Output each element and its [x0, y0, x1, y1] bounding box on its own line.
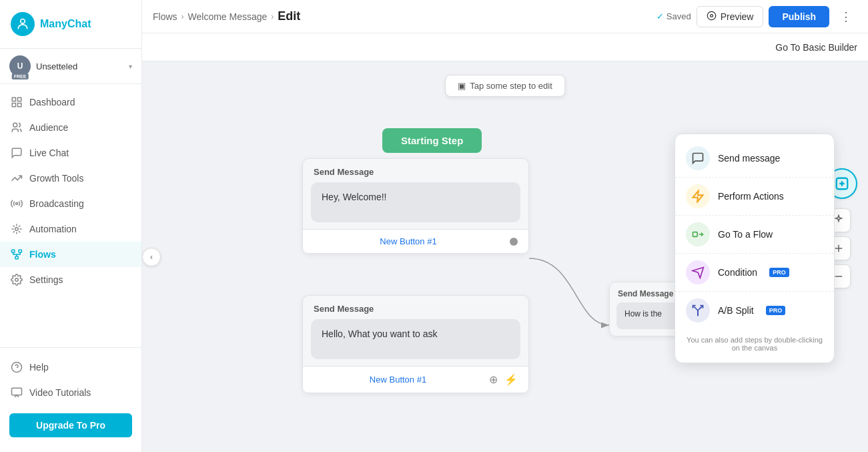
svg-rect-3: [12, 103, 15, 107]
tap-hint-icon: ▣: [458, 81, 466, 91]
topbar: Flows › Welcome Message › Edit ✓ Saved P…: [142, 0, 868, 33]
free-badge: FREE: [12, 73, 29, 79]
avatar: U FREE: [9, 55, 31, 77]
upgrade-button[interactable]: Upgrade To Pro: [9, 413, 132, 437]
svg-point-15: [707, 11, 716, 20]
svg-point-0: [21, 19, 25, 24]
sidebar-item-label-audience: Audience: [29, 122, 68, 133]
flow-card-2-btn-label[interactable]: New Button #1: [314, 375, 482, 385]
sidebar-item-video-tutorials[interactable]: Video Tutorials: [0, 380, 141, 405]
saved-label: Saved: [667, 11, 691, 21]
flow-card-1-header: Send Message: [303, 159, 528, 182]
ab-split-icon-circle: [686, 298, 710, 322]
ab-split-pro-badge: PRO: [766, 306, 786, 315]
svg-point-16: [710, 14, 713, 17]
breadcrumb-current: Edit: [278, 9, 300, 23]
svg-rect-8: [12, 250, 15, 252]
basic-builder-link[interactable]: Go To Basic Builder: [775, 42, 857, 53]
svg-rect-1: [12, 97, 15, 101]
logo-text: ManyChat: [40, 18, 91, 30]
help-icon: [11, 361, 23, 373]
growth-tools-icon: [11, 172, 23, 184]
flow-card-1-button-row: New Button #1: [303, 229, 528, 253]
preview-label: Preview: [721, 11, 754, 22]
svg-point-5: [13, 123, 17, 127]
step-menu-perform-actions-label: Perform Actions: [718, 191, 784, 202]
step-menu-go-to-flow-label: Go To a Flow: [718, 229, 773, 240]
breadcrumb-sep-1: ›: [181, 12, 184, 21]
sidebar-item-label-live-chat: Live Chat: [29, 148, 69, 158]
account-name: Unsetteled: [36, 61, 123, 71]
saved-status: ✓ Saved: [657, 11, 691, 21]
sidebar-bottom: Help Video Tutorials Upgrade To Pro: [0, 347, 141, 452]
sidebar-item-label-growth-tools: Growth Tools: [29, 173, 83, 184]
go-to-flow-icon-circle: [686, 222, 710, 246]
step-menu: Send message Perform Actions Go To a Flo…: [675, 134, 835, 363]
flow-card-2-bubble1: Hello, What you want to ask: [311, 319, 520, 359]
step-menu-perform-actions[interactable]: Perform Actions: [675, 178, 834, 216]
canvas-hint: ▣ Tap some step to edit: [445, 75, 565, 97]
flow-card-2[interactable]: Send Message Hello, What you want to ask…: [302, 295, 529, 393]
sidebar-item-label-settings: Settings: [29, 274, 63, 285]
logo-icon: [11, 12, 35, 36]
sidebar-item-growth-tools[interactable]: Growth Tools: [0, 166, 141, 191]
nav-items: Dashboard Audience Live Chat Growth Tool…: [0, 84, 141, 347]
link-icon: ⊕: [489, 373, 498, 386]
perform-actions-icon-circle: [686, 184, 710, 208]
sidebar-item-live-chat[interactable]: Live Chat: [0, 140, 141, 166]
svg-rect-10: [15, 256, 19, 259]
tap-hint-text: Tap some step to edit: [470, 81, 552, 91]
sidebar-item-label-dashboard: Dashboard: [29, 97, 75, 107]
audience-icon: [11, 122, 23, 134]
account-row[interactable]: U FREE Unsetteled ▾: [0, 49, 141, 84]
preview-button[interactable]: Preview: [697, 6, 764, 27]
publish-button[interactable]: Publish: [769, 6, 829, 27]
collapse-icon: ‹: [150, 252, 153, 262]
canvas[interactable]: ▣ Tap some step to edit Starting Step Se…: [142, 61, 868, 452]
settings-icon: [11, 274, 23, 286]
sidebar-item-settings[interactable]: Settings: [0, 267, 141, 292]
flow-card-1[interactable]: Send Message Hey, Welcome!! New Button #…: [302, 158, 529, 254]
sidebar-item-label-flows: Flows: [29, 249, 56, 260]
sidebar-item-automation[interactable]: Automation: [0, 216, 141, 242]
svg-marker-20: [693, 268, 704, 278]
svg-point-7: [15, 228, 19, 231]
step-menu-go-to-flow[interactable]: Go To a Flow: [675, 216, 834, 254]
flow-card-2-header: Send Message: [303, 296, 528, 319]
sidebar-item-broadcasting[interactable]: Broadcasting: [0, 191, 141, 216]
step-menu-condition[interactable]: Condition PRO: [675, 254, 834, 292]
starting-step: Starting Step: [382, 128, 482, 153]
sidebar-item-label-automation: Automation: [29, 224, 77, 234]
condition-icon-circle: [686, 260, 710, 284]
svg-marker-18: [693, 191, 703, 202]
svg-point-11: [15, 278, 19, 282]
preview-icon: [707, 11, 717, 23]
breadcrumb-welcome[interactable]: Welcome Message: [188, 11, 268, 22]
sidebar-item-label-video-tutorials: Video Tutorials: [29, 387, 91, 398]
warn-icon: ⚡: [504, 373, 518, 386]
flow-card-2-button-row: New Button #1 ⊕ ⚡: [303, 366, 528, 393]
collapse-sidebar-button[interactable]: ‹: [142, 248, 161, 266]
sidebar: ManyChat U FREE Unsetteled ▾ Dashboard A…: [0, 0, 142, 452]
sidebar-logo[interactable]: ManyChat: [0, 0, 141, 49]
flows-icon: [11, 248, 23, 260]
sidebar-item-audience[interactable]: Audience: [0, 115, 141, 140]
flow-card-1-bubble1: Hey, Welcome!!: [311, 182, 520, 222]
live-chat-icon: [11, 147, 23, 159]
sidebar-item-label-broadcasting: Broadcasting: [29, 198, 84, 209]
svg-rect-19: [693, 232, 698, 237]
dashboard-icon: [11, 96, 23, 108]
more-button[interactable]: ⋮: [835, 7, 857, 27]
svg-rect-2: [18, 97, 21, 101]
breadcrumb: Flows › Welcome Message › Edit: [153, 9, 300, 23]
condition-pro-badge: PRO: [769, 268, 789, 277]
sidebar-item-dashboard[interactable]: Dashboard: [0, 89, 141, 115]
step-menu-ab-split[interactable]: A/B Split PRO: [675, 292, 834, 329]
sidebar-item-help[interactable]: Help: [0, 355, 141, 380]
step-menu-send-message-label: Send message: [718, 153, 780, 164]
flow-card-1-btn-label[interactable]: New Button #1: [314, 236, 503, 246]
breadcrumb-flows[interactable]: Flows: [153, 11, 177, 22]
step-menu-condition-label: Condition: [718, 267, 757, 278]
sidebar-item-flows[interactable]: Flows: [0, 242, 141, 267]
step-menu-send-message[interactable]: Send message: [675, 140, 834, 178]
